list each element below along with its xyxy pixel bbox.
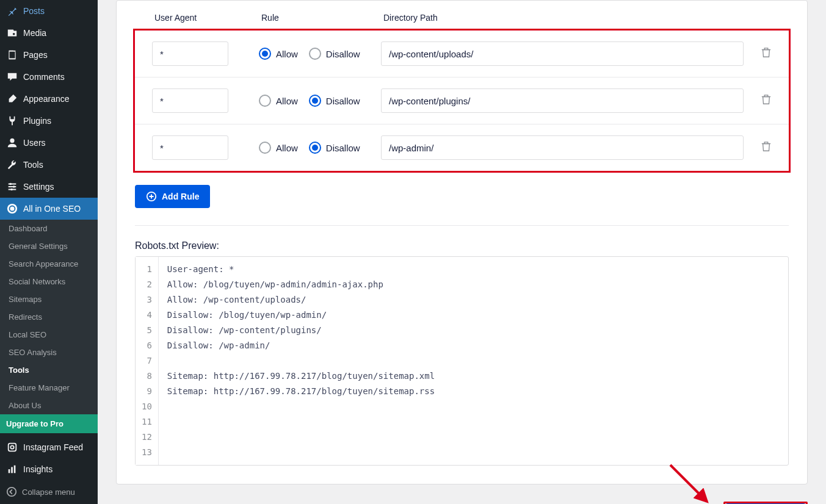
nav-instagram-feed[interactable]: Instagram Feed — [0, 436, 98, 458]
menu-label: Comments — [23, 72, 65, 82]
code-line — [167, 445, 435, 460]
code-line: Disallow: /blog/tuyen/wp-admin/ — [167, 308, 435, 323]
robots-editor-card: User Agent Rule Directory Path AllowDisa… — [116, 0, 808, 484]
svg-point-9 — [10, 445, 13, 448]
menu-label: Appearance — [23, 94, 70, 104]
comment-icon — [7, 71, 18, 82]
menu-label: Media — [23, 28, 46, 38]
sub-local-seo[interactable]: Local SEO — [0, 326, 98, 344]
allow-option[interactable]: Allow — [259, 142, 298, 154]
svg-point-0 — [13, 33, 15, 35]
directory-path-input[interactable] — [381, 88, 744, 113]
user-agent-input[interactable] — [152, 135, 228, 160]
allow-option[interactable]: Allow — [259, 48, 298, 60]
svg-rect-12 — [14, 466, 16, 473]
code-line: Sitemap: http://167.99.78.217/blog/tuyen… — [167, 369, 435, 384]
trash-icon — [761, 141, 772, 152]
code-line: Disallow: /wp-admin/ — [167, 338, 435, 353]
nav-plugins[interactable]: Plugins — [0, 110, 98, 132]
menu-label: Settings — [23, 182, 54, 192]
sub-about-us[interactable]: About Us — [0, 397, 98, 414]
code-line — [167, 414, 435, 430]
menu-label: Plugins — [23, 116, 51, 126]
nav-comments[interactable]: Comments — [0, 66, 98, 88]
rule-row: AllowDisallow — [135, 31, 789, 77]
user-agent-input[interactable] — [152, 41, 228, 66]
sub-tools[interactable]: Tools — [0, 361, 98, 379]
user-agent-input[interactable] — [152, 88, 228, 113]
preview-label: Robots.txt Preview: — [135, 240, 789, 251]
col-header-user-agent: User Agent — [154, 13, 261, 23]
plug-icon — [7, 115, 18, 126]
menu-label: Users — [23, 138, 46, 148]
svg-point-13 — [7, 488, 16, 496]
col-header-rule: Rule — [261, 13, 383, 23]
sub-dashboard[interactable]: Dashboard — [0, 220, 98, 237]
add-rule-button[interactable]: Add Rule — [135, 185, 210, 208]
sub-seo-analysis[interactable]: SEO Analysis — [0, 344, 98, 361]
sub-redirects[interactable]: Redirects — [0, 308, 98, 326]
delete-rule-button[interactable] — [761, 94, 772, 107]
directory-path-input[interactable] — [381, 135, 744, 160]
disallow-option[interactable]: Disallow — [309, 95, 360, 107]
code-line: User-agent: * — [167, 262, 435, 277]
sub-sitemaps[interactable]: Sitemaps — [0, 290, 98, 308]
nav-settings[interactable]: Settings — [0, 176, 98, 198]
svg-point-3 — [10, 139, 14, 143]
menu-label: Instagram Feed — [23, 442, 83, 452]
nav-posts[interactable]: Posts — [0, 0, 98, 22]
svg-point-5 — [13, 185, 15, 188]
sub-search-appearance[interactable]: Search Appearance — [0, 255, 98, 273]
sub-feature-manager[interactable]: Feature Manager — [0, 379, 98, 397]
code-line: Allow: /blog/tuyen/wp-admin/admin-ajax.p… — [167, 277, 435, 292]
trash-icon — [761, 94, 772, 105]
menu-label: Pages — [23, 50, 48, 60]
admin-sidebar: PostsMediaPagesCommentsAppearancePlugins… — [0, 0, 98, 504]
menu-label: All in One SEO — [23, 204, 81, 214]
svg-point-6 — [10, 189, 13, 191]
user-icon — [7, 137, 18, 148]
nav-insights[interactable]: Insights — [0, 458, 98, 480]
sub-social-networks[interactable]: Social Networks — [0, 273, 98, 290]
wrench-icon — [7, 159, 18, 170]
collapse-icon — [6, 486, 17, 497]
ig-icon — [7, 442, 18, 453]
svg-rect-8 — [9, 444, 16, 452]
col-header-path: Directory Path — [383, 13, 789, 23]
sub-general-settings[interactable]: General Settings — [0, 237, 98, 255]
menu-label: Posts — [23, 6, 45, 16]
svg-rect-10 — [9, 469, 10, 473]
svg-rect-2 — [10, 52, 15, 59]
code-line — [167, 430, 435, 445]
nav-pages[interactable]: Pages — [0, 44, 98, 66]
media-icon — [7, 27, 18, 38]
rule-row: AllowDisallow — [135, 124, 789, 171]
sliders-icon — [7, 181, 18, 192]
allow-option[interactable]: Allow — [259, 95, 298, 107]
disallow-option[interactable]: Disallow — [309, 48, 360, 60]
svg-point-7 — [7, 204, 17, 214]
nav-media[interactable]: Media — [0, 22, 98, 44]
upgrade-to-pro[interactable]: Upgrade to Pro — [0, 414, 98, 433]
directory-path-input[interactable] — [381, 41, 744, 66]
svg-point-4 — [10, 183, 12, 185]
main-content: User Agent Rule Directory Path AllowDisa… — [98, 0, 826, 504]
robots-preview: 12345678910111213 User-agent: *Allow: /b… — [135, 256, 789, 466]
nav-appearance[interactable]: Appearance — [0, 88, 98, 110]
svg-rect-11 — [11, 467, 13, 473]
menu-label: Insights — [23, 464, 53, 474]
save-highlight: Save Changes — [723, 502, 808, 504]
collapse-menu[interactable]: Collapse menu — [0, 480, 98, 503]
plus-circle-icon — [146, 191, 157, 202]
nav-users[interactable]: Users — [0, 132, 98, 154]
code-line: Disallow: /wp-content/plugins/ — [167, 323, 435, 338]
rule-row: AllowDisallow — [135, 77, 789, 124]
code-line — [167, 399, 435, 414]
nav-all-in-one-seo[interactable]: All in One SEO — [0, 198, 98, 220]
delete-rule-button[interactable] — [761, 47, 772, 60]
disallow-option[interactable]: Disallow — [309, 142, 360, 154]
nav-tools[interactable]: Tools — [0, 154, 98, 176]
delete-rule-button[interactable] — [761, 141, 772, 154]
code-line — [167, 353, 435, 369]
code-line: Sitemap: http://167.99.78.217/blog/tuyen… — [167, 384, 435, 399]
